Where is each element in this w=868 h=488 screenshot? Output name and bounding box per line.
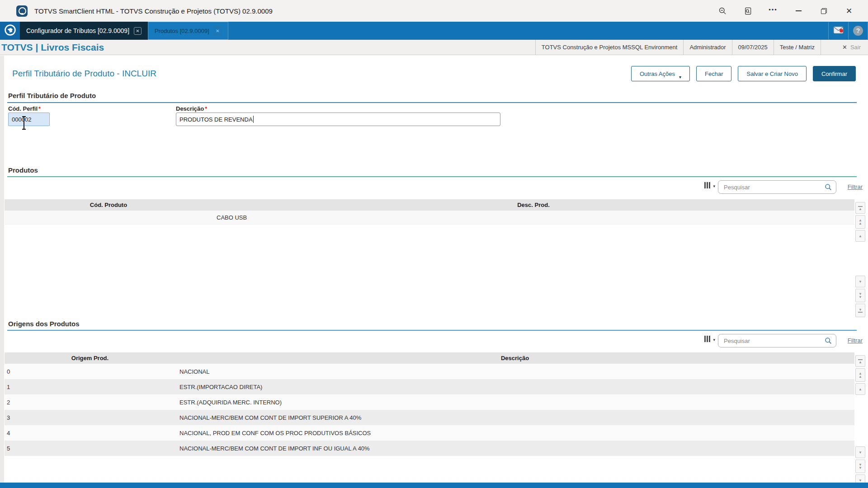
required-asterisk: * xyxy=(38,105,41,112)
table-row[interactable]: 5NACIONAL-MERC/BEM COM CONT DE IMPORT IN… xyxy=(5,441,854,456)
columns-icon xyxy=(704,182,710,188)
cod-perfil-input[interactable]: 000002 xyxy=(8,113,50,126)
environment-label: TOTVS Construção e Projetos MSSQL Enviro… xyxy=(535,40,684,55)
produtos-search-input[interactable] xyxy=(718,180,836,194)
logout-x-icon: ✕ xyxy=(842,44,847,51)
smartclient-window: TOTVS SmartClient HTML - TOTVS Construçã… xyxy=(0,0,868,488)
smartclient-app-icon xyxy=(16,5,28,17)
origens-search xyxy=(718,334,836,347)
table-cell: NACIONAL-MERC/BEM COM CONT DE IMPORT SUP… xyxy=(175,414,854,421)
notification-dot xyxy=(840,29,843,33)
action-buttons: Outras Ações ▾ Fechar Salvar e Criar Nov… xyxy=(631,66,856,81)
ellipsis-icon: ••• xyxy=(769,6,778,13)
origens-scrollbar-bottom: ▼▼▼▼ xyxy=(855,446,865,488)
table-cell: 0 xyxy=(5,368,175,375)
totvs-logo-icon xyxy=(4,24,16,38)
search-icon xyxy=(824,337,832,347)
column-header[interactable]: Cód. Produto xyxy=(5,202,212,208)
restore-icon xyxy=(821,8,827,14)
origens-filter-link[interactable]: Filtrar xyxy=(848,337,863,344)
origens-table-header: Origem Prod. Descrição xyxy=(5,352,854,364)
zoom-out-icon xyxy=(718,7,727,15)
footer-bar xyxy=(0,483,868,488)
scroll-page-down-button[interactable]: ▼▼ xyxy=(855,460,865,473)
chevron-down-icon: ▾ xyxy=(713,338,715,342)
column-header[interactable]: Desc. Prod. xyxy=(212,202,854,208)
scroll-up-button[interactable]: ▲ xyxy=(855,230,865,242)
table-cell: NACIONAL-MERC/BEM COM CONT DE IMPORT INF… xyxy=(175,445,854,452)
tabbar-right-icons: ? xyxy=(828,22,868,40)
scroll-down-button[interactable]: ▼ xyxy=(855,276,865,287)
origens-table-body: 0NACIONAL1ESTR.(IMPORTACAO DIRETA)2ESTR.… xyxy=(5,364,854,456)
text-caret xyxy=(253,116,254,123)
column-header[interactable]: Origem Prod. xyxy=(5,355,175,361)
tab-produtos[interactable]: Produtos [02.9.0009] ✕ xyxy=(148,22,228,40)
tab-label: Produtos [02.9.0009] xyxy=(155,28,209,34)
window-titlebar: TOTVS SmartClient HTML - TOTVS Construçã… xyxy=(0,0,868,22)
table-cell: NACIONAL, PROD EM CONF COM OS PROC PRODU… xyxy=(175,430,854,436)
scroll-page-up-button[interactable]: ▲▲ xyxy=(855,368,865,382)
confirmar-button[interactable]: Confirmar xyxy=(813,66,856,81)
column-header[interactable]: Descrição xyxy=(175,355,854,361)
origens-columns-picker-button[interactable]: ▾ xyxy=(704,336,715,342)
app-header: TOTVS | Livros Fiscais TOTVS Construção … xyxy=(0,40,868,55)
origens-search-input[interactable] xyxy=(718,334,836,347)
produtos-table-body: CABO USB xyxy=(5,211,854,225)
close-window-button[interactable]: ✕ xyxy=(836,0,862,22)
descricao-input[interactable]: PRODUTOS DE REVENDA xyxy=(176,113,500,126)
scroll-first-button[interactable]: ▲ xyxy=(855,355,865,367)
chevron-down-icon: ▾ xyxy=(679,75,681,80)
window-title: TOTVS SmartClient HTML - TOTVS Construçã… xyxy=(34,7,273,15)
date-label: 09/07/2025 xyxy=(732,40,774,55)
session-info: TOTVS Construção e Projetos MSSQL Enviro… xyxy=(535,40,868,55)
find-in-page-icon xyxy=(744,7,752,15)
scroll-first-button[interactable]: ▲ xyxy=(855,202,865,214)
scroll-last-button[interactable]: ▼ xyxy=(855,304,865,317)
table-row[interactable]: 4NACIONAL, PROD EM CONF COM OS PROC PROD… xyxy=(5,425,854,441)
scroll-page-up-button[interactable]: ▲▲ xyxy=(855,215,865,229)
table-row[interactable]: 1ESTR.(IMPORTACAO DIRETA) xyxy=(5,379,854,394)
zoom-out-button[interactable] xyxy=(710,0,735,22)
scroll-page-down-button[interactable]: ▼▼ xyxy=(855,289,865,302)
tab-configurador-de-tributos[interactable]: Configurador de Tributos [02.9.0009] ✕ xyxy=(20,22,148,40)
logout-button[interactable]: ✕ Sair xyxy=(840,44,868,51)
help-button[interactable]: ? xyxy=(848,22,868,40)
totvs-logo-cell[interactable] xyxy=(0,22,20,40)
logout-label: Sair xyxy=(850,44,861,51)
minimize-button[interactable] xyxy=(786,0,811,22)
table-cell: ESTR.(IMPORTACAO DIRETA) xyxy=(175,384,854,390)
brand-title: TOTVS | Livros Fiscais xyxy=(0,42,104,53)
header-divider xyxy=(821,40,840,55)
table-row[interactable]: 0NACIONAL xyxy=(5,364,854,379)
tab-close-icon[interactable]: ✕ xyxy=(214,27,222,35)
search-icon xyxy=(824,183,832,193)
tab-close-icon[interactable]: ✕ xyxy=(134,27,142,35)
salvar-criar-label: Salvar e Criar Novo xyxy=(746,70,797,77)
scroll-down-button[interactable]: ▼ xyxy=(855,446,865,458)
table-cell: 2 xyxy=(5,399,175,406)
find-in-page-button[interactable] xyxy=(735,0,760,22)
origens-toolbar: ▾ Filtrar xyxy=(5,334,863,348)
fechar-button[interactable]: Fechar xyxy=(696,66,731,81)
close-icon: ✕ xyxy=(846,6,852,16)
table-row[interactable]: 3NACIONAL-MERC/BEM COM CONT DE IMPORT SU… xyxy=(5,410,854,425)
notifications-mail-button[interactable] xyxy=(828,22,848,40)
tab-bar: Configurador de Tributos [02.9.0009] ✕ P… xyxy=(0,22,868,40)
table-row[interactable]: 2ESTR.(ADQUIRIDA MERC. INTERNO) xyxy=(5,394,854,410)
produtos-scrollbar-bottom: ▼▼▼▼ xyxy=(855,276,865,319)
restore-button[interactable] xyxy=(811,0,836,22)
cod-perfil-label-text: Cód. Perfil xyxy=(8,105,38,112)
outras-acoes-button[interactable]: Outras Ações ▾ xyxy=(631,66,690,81)
minimize-icon xyxy=(796,10,802,11)
page-title: Perfil Tributário de Produto - INCLUIR xyxy=(12,66,156,81)
section-divider xyxy=(7,176,857,177)
table-row[interactable]: CABO USB xyxy=(5,211,854,225)
section-divider xyxy=(7,102,857,103)
scroll-up-button[interactable]: ▲ xyxy=(855,383,865,395)
more-options-button[interactable]: ••• xyxy=(760,0,786,22)
window-controls: ••• ✕ xyxy=(710,0,868,22)
section-title-perfil: Perfil Tributário de Produto xyxy=(8,92,96,99)
produtos-filter-link[interactable]: Filtrar xyxy=(848,183,863,190)
produtos-columns-picker-button[interactable]: ▾ xyxy=(704,182,715,188)
salvar-e-criar-novo-button[interactable]: Salvar e Criar Novo xyxy=(738,66,806,81)
